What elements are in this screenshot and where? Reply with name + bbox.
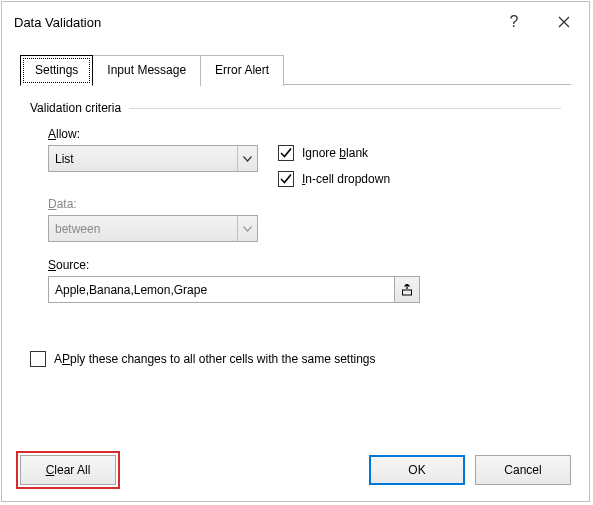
tab-settings[interactable]: Settings: [20, 55, 93, 86]
checkbox-box: [278, 145, 294, 161]
check-icon: [280, 147, 292, 159]
svg-rect-0: [403, 290, 412, 295]
validation-criteria-group: Validation criteria: [30, 101, 561, 115]
tab-error-alert[interactable]: Error Alert: [201, 55, 284, 86]
dialog-footer: Clear All OK Cancel: [2, 455, 589, 501]
titlebar: Data Validation ?: [2, 2, 589, 42]
checkbox-box: [30, 351, 46, 367]
chevron-down-icon: [237, 216, 257, 241]
clear-all-button[interactable]: Clear All: [20, 455, 116, 485]
group-divider: [129, 108, 561, 109]
data-label: Data:: [48, 197, 258, 211]
apply-changes-label: APply these changes to all other cells w…: [54, 352, 376, 366]
dialog-title: Data Validation: [14, 15, 489, 30]
range-selector-icon: [401, 284, 413, 296]
chevron-down-icon: [237, 146, 257, 171]
ignore-blank-checkbox[interactable]: Ignore blank: [278, 145, 390, 161]
allow-label: Allow:: [48, 127, 258, 141]
close-button[interactable]: [539, 2, 589, 42]
close-icon: [558, 16, 570, 28]
range-selector-button[interactable]: [395, 276, 420, 303]
incell-dropdown-label: In-cell dropdown: [302, 172, 390, 186]
ignore-blank-label: Ignore blank: [302, 146, 368, 160]
data-select: between: [48, 215, 258, 242]
settings-panel: Validation criteria Allow: List: [20, 85, 571, 395]
help-button[interactable]: ?: [489, 2, 539, 42]
check-icon: [280, 173, 292, 185]
dialog-content: Settings Input Message Error Alert Valid…: [2, 42, 589, 455]
apply-changes-checkbox[interactable]: APply these changes to all other cells w…: [30, 351, 561, 367]
allow-value: List: [55, 152, 74, 166]
data-value: between: [55, 222, 100, 236]
ok-button[interactable]: OK: [369, 455, 465, 485]
source-label: Source:: [48, 258, 561, 272]
tab-strip: Settings Input Message Error Alert: [20, 54, 571, 85]
source-input[interactable]: [48, 276, 395, 303]
allow-select[interactable]: List: [48, 145, 258, 172]
data-validation-dialog: Data Validation ? Settings Input Message…: [1, 1, 590, 502]
checkbox-box: [278, 171, 294, 187]
tab-input-message[interactable]: Input Message: [93, 55, 201, 86]
group-label: Validation criteria: [30, 101, 121, 115]
incell-dropdown-checkbox[interactable]: In-cell dropdown: [278, 171, 390, 187]
cancel-button[interactable]: Cancel: [475, 455, 571, 485]
